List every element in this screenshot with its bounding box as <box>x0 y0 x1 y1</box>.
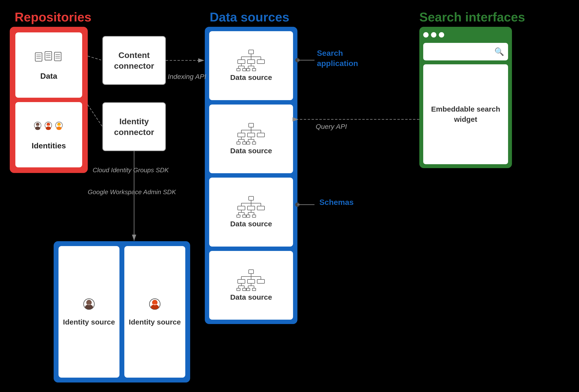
searchinterfaces-label: Search interfaces <box>419 10 525 24</box>
google-workspace-label: Google Workspace Admin SDK <box>88 188 176 196</box>
svg-rect-107 <box>252 288 256 291</box>
query-api-label: Query API <box>316 122 347 131</box>
svg-point-22 <box>57 127 62 130</box>
svg-rect-31 <box>247 60 255 64</box>
svg-rect-45 <box>249 123 254 127</box>
svg-rect-73 <box>247 206 255 210</box>
svg-rect-65 <box>252 142 256 144</box>
svg-rect-100 <box>237 288 240 291</box>
identity-source-box-2: Identity source <box>124 246 185 378</box>
search-widget-box: Embeddable search widget <box>423 64 508 164</box>
data-repo-box: Data <box>15 32 82 98</box>
data-source-box-1: Data source <box>209 31 293 100</box>
identity-source-label-2: Identity source <box>129 317 181 327</box>
svg-rect-0 <box>35 53 42 61</box>
svg-rect-53 <box>257 133 265 137</box>
datasources-label: Data sources <box>210 10 290 24</box>
indexing-api-label: Indexing API <box>168 72 206 81</box>
data-source-label-4: Data source <box>230 293 272 301</box>
identity-source-box-1: Identity source <box>59 246 119 378</box>
identities-repo-box: Identities <box>15 102 82 167</box>
search-widget-label: Embeddable search widget <box>423 104 508 125</box>
data-source-box-4: Data source <box>209 251 293 320</box>
identity-connector-label: Identity connector <box>103 116 165 137</box>
data-source-box-3: Data source <box>209 178 293 247</box>
svg-rect-101 <box>243 288 246 291</box>
repositories-label: Repositories <box>15 10 91 24</box>
search-top-bar <box>423 31 508 39</box>
tree-icon-4 <box>236 269 266 291</box>
search-input-area[interactable]: 🔍 <box>423 43 508 61</box>
data-source-label-3: Data source <box>230 220 272 228</box>
svg-rect-93 <box>238 279 245 283</box>
tree-icon-1 <box>236 50 266 71</box>
dot-3 <box>439 32 444 38</box>
svg-rect-58 <box>237 142 240 144</box>
svg-line-119 <box>88 105 102 127</box>
svg-rect-4 <box>45 51 52 60</box>
content-connector-label: Content connector <box>103 50 165 71</box>
repositories-container: Data <box>10 27 88 173</box>
tree-icon-2 <box>236 123 266 145</box>
svg-rect-64 <box>246 142 250 144</box>
svg-rect-38 <box>243 68 246 71</box>
dot-2 <box>431 32 436 38</box>
diagram-container: Repositories Data sources Search interfa… <box>0 0 579 392</box>
dot-1 <box>423 32 429 38</box>
svg-rect-72 <box>238 206 245 210</box>
data-source-box-2: Data source <box>209 105 293 174</box>
svg-rect-43 <box>246 68 250 71</box>
svg-rect-32 <box>257 60 265 64</box>
svg-rect-74 <box>257 206 265 210</box>
identity-sources-container: Identity source Identity source <box>54 241 190 383</box>
schemas-label: Schemas <box>319 197 354 207</box>
search-container: 🔍 Embeddable search widget <box>419 27 512 168</box>
svg-rect-24 <box>249 50 254 54</box>
svg-rect-86 <box>252 215 256 217</box>
identity-source-label-1: Identity source <box>63 317 115 327</box>
svg-rect-85 <box>246 215 250 217</box>
svg-rect-44 <box>252 68 256 71</box>
identity-source-icon-2 <box>144 297 166 314</box>
identity-source-icon-1 <box>78 297 100 314</box>
svg-rect-37 <box>237 68 240 71</box>
svg-point-14 <box>35 127 40 130</box>
svg-rect-52 <box>247 133 255 137</box>
svg-line-118 <box>88 56 102 61</box>
svg-rect-94 <box>247 279 255 283</box>
search-icon: 🔍 <box>494 47 504 56</box>
data-documents-icon <box>34 50 63 69</box>
svg-point-18 <box>46 127 51 130</box>
data-source-label-2: Data source <box>230 147 272 155</box>
svg-rect-79 <box>237 215 240 217</box>
cloud-identity-label: Cloud Identity Groups SDK <box>93 166 169 174</box>
svg-rect-80 <box>243 215 246 217</box>
svg-rect-66 <box>249 196 254 200</box>
identities-icon <box>32 119 66 139</box>
svg-rect-95 <box>257 279 265 283</box>
identities-repo-label: Identities <box>32 141 66 150</box>
data-repo-label: Data <box>40 72 57 81</box>
datasources-container: Data source <box>205 27 297 324</box>
content-connector-box: Content connector <box>102 36 166 85</box>
svg-rect-87 <box>249 270 254 274</box>
search-application-label: Search application <box>317 48 358 68</box>
svg-rect-59 <box>243 142 246 144</box>
identity-connector-box: Identity connector <box>102 102 166 151</box>
data-source-label-1: Data source <box>230 73 272 82</box>
svg-rect-51 <box>238 133 245 137</box>
svg-rect-106 <box>246 288 250 291</box>
svg-rect-30 <box>238 60 245 64</box>
tree-icon-3 <box>236 196 266 218</box>
